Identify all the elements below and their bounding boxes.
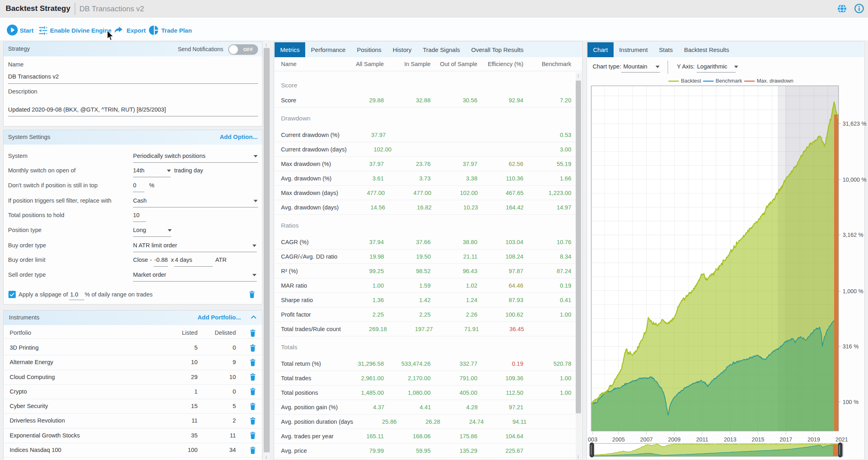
svg-text:100 %: 100 %: [843, 399, 859, 405]
svg-text:316 %: 316 %: [843, 343, 859, 350]
svg-text:3,162 %: 3,162 %: [843, 232, 863, 238]
svg-text:2019: 2019: [808, 436, 820, 443]
svg-text:2015: 2015: [752, 436, 764, 443]
svg-text:2017: 2017: [780, 436, 792, 443]
svg-text:2009: 2009: [668, 436, 681, 443]
svg-text:2021: 2021: [835, 436, 848, 443]
svg-text:2005: 2005: [612, 436, 625, 443]
svg-text:31,623 %: 31,623 %: [843, 120, 866, 127]
svg-text:2011: 2011: [696, 436, 708, 443]
svg-text:1,000 %: 1,000 %: [843, 288, 863, 294]
svg-text:2007: 2007: [640, 436, 653, 443]
svg-text:003: 003: [588, 436, 597, 443]
svg-text:10,000 %: 10,000 %: [843, 176, 866, 183]
svg-text:2013: 2013: [724, 436, 736, 443]
